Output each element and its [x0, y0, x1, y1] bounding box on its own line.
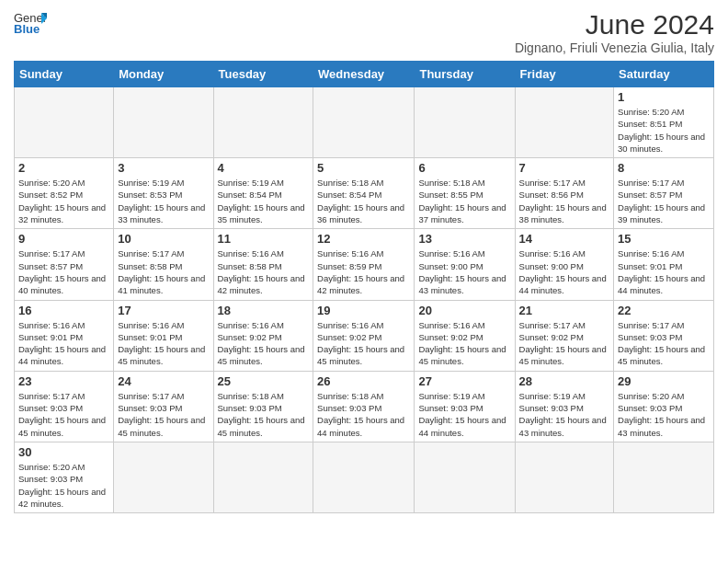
- day-number: 8: [618, 161, 710, 175]
- calendar-day-cell: 16Sunrise: 5:16 AM Sunset: 9:01 PM Dayli…: [15, 300, 114, 371]
- calendar-day-cell: [213, 87, 313, 158]
- day-info: Sunrise: 5:16 AM Sunset: 9:02 PM Dayligh…: [218, 319, 310, 368]
- day-info: Sunrise: 5:19 AM Sunset: 8:53 PM Dayligh…: [118, 177, 209, 225]
- calendar-day-cell: 5Sunrise: 5:18 AM Sunset: 8:54 PM Daylig…: [313, 158, 415, 229]
- logo: General Blue: [14, 9, 47, 35]
- calendar-day-cell: [15, 87, 114, 158]
- calendar-day-cell: 11Sunrise: 5:16 AM Sunset: 8:58 PM Dayli…: [213, 229, 313, 300]
- calendar-day-cell: 18Sunrise: 5:16 AM Sunset: 9:02 PM Dayli…: [213, 300, 313, 371]
- calendar-day-cell: 21Sunrise: 5:17 AM Sunset: 9:02 PM Dayli…: [515, 300, 613, 371]
- calendar-day-cell: 30Sunrise: 5:20 AM Sunset: 9:03 PM Dayli…: [15, 442, 114, 512]
- day-info: Sunrise: 5:17 AM Sunset: 8:58 PM Dayligh…: [118, 247, 209, 296]
- calendar-day-cell: [213, 442, 313, 512]
- day-number: 28: [519, 374, 609, 388]
- day-number: 17: [118, 304, 209, 317]
- day-number: 12: [317, 232, 410, 246]
- calendar-day-cell: 1Sunrise: 5:20 AM Sunset: 8:51 PM Daylig…: [614, 87, 714, 158]
- calendar-day-cell: 26Sunrise: 5:18 AM Sunset: 9:03 PM Dayli…: [313, 371, 415, 442]
- day-info: Sunrise: 5:16 AM Sunset: 9:01 PM Dayligh…: [118, 319, 209, 368]
- day-info: Sunrise: 5:16 AM Sunset: 8:59 PM Dayligh…: [317, 247, 410, 296]
- calendar-day-cell: 10Sunrise: 5:17 AM Sunset: 8:58 PM Dayli…: [114, 229, 213, 300]
- calendar-day-cell: 4Sunrise: 5:19 AM Sunset: 8:54 PM Daylig…: [213, 158, 313, 229]
- calendar-day-cell: [415, 87, 515, 158]
- header-wednesday: Wednesday: [313, 62, 415, 87]
- day-info: Sunrise: 5:20 AM Sunset: 9:03 PM Dayligh…: [18, 461, 109, 510]
- day-info: Sunrise: 5:19 AM Sunset: 9:03 PM Dayligh…: [418, 390, 510, 439]
- day-number: 30: [18, 445, 109, 459]
- svg-text:Blue: Blue: [14, 22, 40, 35]
- day-info: Sunrise: 5:19 AM Sunset: 9:03 PM Dayligh…: [519, 390, 609, 439]
- calendar-day-cell: 29Sunrise: 5:20 AM Sunset: 9:03 PM Dayli…: [614, 371, 714, 442]
- day-number: 18: [218, 304, 310, 317]
- calendar-day-cell: 7Sunrise: 5:17 AM Sunset: 8:56 PM Daylig…: [515, 158, 613, 229]
- calendar-table: SundayMondayTuesdayWednesdayThursdayFrid…: [14, 61, 714, 513]
- calendar-day-cell: 6Sunrise: 5:18 AM Sunset: 8:55 PM Daylig…: [415, 158, 515, 229]
- calendar-header-row: SundayMondayTuesdayWednesdayThursdayFrid…: [15, 62, 714, 87]
- day-number: 24: [118, 374, 209, 388]
- day-number: 6: [418, 161, 510, 175]
- day-info: Sunrise: 5:17 AM Sunset: 8:56 PM Dayligh…: [519, 177, 609, 225]
- day-number: 22: [618, 304, 710, 317]
- day-info: Sunrise: 5:17 AM Sunset: 8:57 PM Dayligh…: [18, 247, 109, 296]
- day-number: 10: [118, 232, 209, 246]
- day-info: Sunrise: 5:17 AM Sunset: 8:57 PM Dayligh…: [618, 177, 710, 225]
- day-number: 9: [18, 232, 109, 246]
- day-info: Sunrise: 5:17 AM Sunset: 9:02 PM Dayligh…: [519, 319, 609, 368]
- day-info: Sunrise: 5:19 AM Sunset: 8:54 PM Dayligh…: [218, 177, 310, 225]
- header-saturday: Saturday: [614, 62, 714, 87]
- calendar-week-row: 9Sunrise: 5:17 AM Sunset: 8:57 PM Daylig…: [15, 229, 714, 300]
- generalblue-logo-icon: General Blue: [14, 9, 47, 35]
- calendar-day-cell: [114, 87, 213, 158]
- calendar-title-area: June 2024 Dignano, Friuli Venezia Giulia…: [515, 9, 714, 55]
- calendar-day-cell: 27Sunrise: 5:19 AM Sunset: 9:03 PM Dayli…: [415, 371, 515, 442]
- day-info: Sunrise: 5:16 AM Sunset: 9:02 PM Dayligh…: [317, 319, 410, 368]
- calendar-day-cell: [114, 442, 213, 512]
- day-number: 1: [618, 90, 710, 104]
- day-info: Sunrise: 5:20 AM Sunset: 9:03 PM Dayligh…: [618, 390, 710, 439]
- day-info: Sunrise: 5:16 AM Sunset: 9:02 PM Dayligh…: [418, 319, 510, 368]
- calendar-day-cell: 24Sunrise: 5:17 AM Sunset: 9:03 PM Dayli…: [114, 371, 213, 442]
- calendar-day-cell: [313, 442, 415, 512]
- day-info: Sunrise: 5:16 AM Sunset: 9:01 PM Dayligh…: [618, 247, 710, 296]
- day-number: 4: [218, 161, 310, 175]
- day-info: Sunrise: 5:16 AM Sunset: 8:58 PM Dayligh…: [218, 247, 310, 296]
- header-sunday: Sunday: [15, 62, 114, 87]
- calendar-day-cell: [614, 442, 714, 512]
- day-info: Sunrise: 5:17 AM Sunset: 9:03 PM Dayligh…: [618, 319, 710, 368]
- calendar-day-cell: 19Sunrise: 5:16 AM Sunset: 9:02 PM Dayli…: [313, 300, 415, 371]
- day-info: Sunrise: 5:17 AM Sunset: 9:03 PM Dayligh…: [18, 390, 109, 439]
- calendar-day-cell: [313, 87, 415, 158]
- calendar-subtitle: Dignano, Friuli Venezia Giulia, Italy: [515, 40, 714, 55]
- header-thursday: Thursday: [415, 62, 515, 87]
- page-header: General Blue June 2024 Dignano, Friuli V…: [14, 9, 714, 55]
- calendar-day-cell: 17Sunrise: 5:16 AM Sunset: 9:01 PM Dayli…: [114, 300, 213, 371]
- day-number: 21: [519, 304, 609, 317]
- day-number: 25: [218, 374, 310, 388]
- day-number: 2: [18, 161, 109, 175]
- header-friday: Friday: [515, 62, 613, 87]
- calendar-day-cell: 3Sunrise: 5:19 AM Sunset: 8:53 PM Daylig…: [114, 158, 213, 229]
- day-number: 15: [618, 232, 710, 246]
- day-number: 7: [519, 161, 609, 175]
- calendar-week-row: 2Sunrise: 5:20 AM Sunset: 8:52 PM Daylig…: [15, 158, 714, 229]
- day-number: 3: [118, 161, 209, 175]
- calendar-day-cell: 13Sunrise: 5:16 AM Sunset: 9:00 PM Dayli…: [415, 229, 515, 300]
- day-info: Sunrise: 5:20 AM Sunset: 8:52 PM Dayligh…: [18, 177, 109, 225]
- day-number: 11: [218, 232, 310, 246]
- calendar-week-row: 16Sunrise: 5:16 AM Sunset: 9:01 PM Dayli…: [15, 300, 714, 371]
- day-number: 13: [418, 232, 510, 246]
- day-info: Sunrise: 5:20 AM Sunset: 8:51 PM Dayligh…: [618, 106, 710, 155]
- calendar-day-cell: [515, 87, 613, 158]
- day-info: Sunrise: 5:18 AM Sunset: 8:55 PM Dayligh…: [418, 177, 510, 225]
- day-info: Sunrise: 5:16 AM Sunset: 9:00 PM Dayligh…: [418, 247, 510, 296]
- day-info: Sunrise: 5:18 AM Sunset: 9:03 PM Dayligh…: [218, 390, 310, 439]
- header-tuesday: Tuesday: [213, 62, 313, 87]
- calendar-day-cell: 2Sunrise: 5:20 AM Sunset: 8:52 PM Daylig…: [15, 158, 114, 229]
- calendar-day-cell: 23Sunrise: 5:17 AM Sunset: 9:03 PM Dayli…: [15, 371, 114, 442]
- calendar-title: June 2024: [515, 9, 714, 40]
- day-number: 5: [317, 161, 410, 175]
- calendar-day-cell: 9Sunrise: 5:17 AM Sunset: 8:57 PM Daylig…: [15, 229, 114, 300]
- calendar-week-row: 23Sunrise: 5:17 AM Sunset: 9:03 PM Dayli…: [15, 371, 714, 442]
- calendar-week-row: 30Sunrise: 5:20 AM Sunset: 9:03 PM Dayli…: [15, 442, 714, 512]
- calendar-day-cell: 15Sunrise: 5:16 AM Sunset: 9:01 PM Dayli…: [614, 229, 714, 300]
